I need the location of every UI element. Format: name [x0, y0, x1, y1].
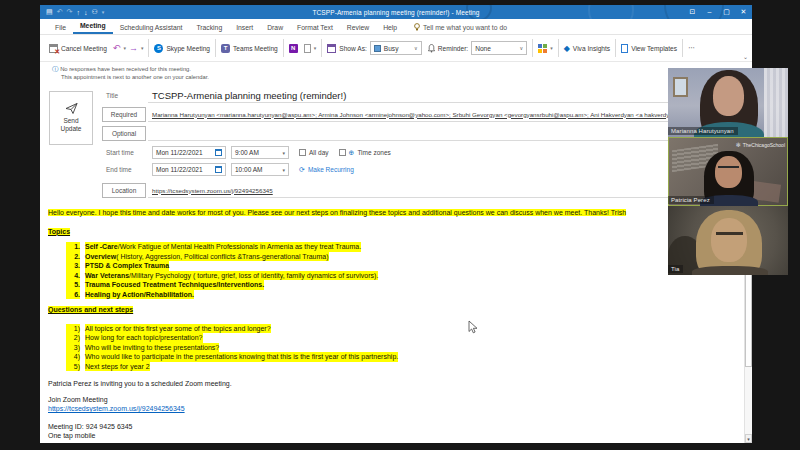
topics-heading: Topics [48, 228, 70, 235]
previous-item-icon[interactable]: ↑ [76, 9, 80, 16]
question-item: 1)All topics or for this first year some… [66, 324, 736, 334]
question-item: 2)How long for each topic/presentation? [66, 333, 736, 343]
message-body[interactable]: Hello everyone. I hope this time and dat… [40, 205, 752, 443]
globe-icon: ⊕ [349, 149, 355, 157]
categorize-button[interactable]: ▾ [535, 44, 556, 53]
show-as-label: Show As: [339, 45, 367, 52]
start-time-picker[interactable]: 9:00 AM ▾ [231, 146, 289, 159]
tab-scheduling-assistant[interactable]: Scheduling Assistant [113, 21, 190, 34]
optional-attendees-input[interactable] [148, 126, 742, 141]
onenote-button[interactable]: N [286, 44, 301, 53]
ribbon-toolbar: Cancel Meeting ↶▾ →▾ S Skype Meeting T T… [40, 35, 752, 62]
scroll-down-arrow[interactable]: ▾ [745, 434, 752, 443]
location-input[interactable]: https://tcsedsystem.zoom.us/j/9249425634… [148, 183, 742, 198]
more-commands-button[interactable]: ⋯ [685, 44, 698, 52]
teams-meeting-button[interactable]: T Teams Meeting [218, 44, 281, 53]
end-time-label: End time [102, 166, 148, 173]
meeting-id-text: Meeting ID: 924 9425 6345 [48, 422, 736, 432]
info-icon: ⓘ [52, 65, 59, 72]
redo-icon[interactable]: ↷ [67, 8, 73, 16]
maximize-button[interactable]: ▢ [718, 5, 735, 19]
logo-mark-icon: ✻ [736, 141, 741, 148]
viva-insights-button[interactable]: ◆ Viva Insights [561, 44, 613, 53]
required-button[interactable]: Required [102, 107, 146, 122]
video-tile-tia[interactable]: Tia [668, 206, 788, 275]
send-update-button[interactable]: SendUpdate [49, 91, 93, 145]
question-item: 3)Who will be inviting to these presenta… [66, 343, 736, 353]
topic-item: 5.Trauma Focused Treatment Techniques/In… [66, 280, 736, 290]
video-tile-patricia[interactable]: ✻ TheChicagoSchool Patricia Perez [668, 137, 788, 206]
view-templates-button[interactable]: View Templates [618, 44, 680, 53]
save-icon[interactable]: ▤ [46, 8, 53, 16]
reminder-bell-icon [428, 44, 435, 53]
zoom-video-overlay: Marianna Harutyunyan ✻ TheChicagoSchool … [668, 68, 788, 275]
checkbox-icon [299, 149, 306, 156]
skype-meeting-button[interactable]: S Skype Meeting [151, 44, 213, 53]
redo-dropdown-icon[interactable]: ▾ [141, 45, 144, 51]
contact-icon[interactable]: ⚇ [91, 8, 97, 16]
make-recurring-button[interactable]: ⟳ Make Recurring [299, 166, 354, 174]
title-input[interactable]: TCSPP-Armenia planning meeting (reminder… [148, 88, 742, 103]
tab-meeting[interactable]: Meeting [73, 19, 113, 34]
glasses [718, 166, 739, 171]
calendar-icon [215, 149, 222, 156]
zoom-meeting-link[interactable]: https://tcsedsystem.zoom.us/j/9249425634… [48, 405, 185, 412]
view-templates-icon [621, 44, 628, 53]
show-as-dropdown[interactable]: Busy ∨ [370, 41, 422, 55]
meeting-notes-icon [304, 44, 311, 53]
ribbon-display-options-icon[interactable]: ⊡ [684, 5, 701, 19]
title-label: Title [102, 92, 148, 99]
meeting-notes-button[interactable]: ▾ [301, 44, 320, 53]
info-bar: ⓘ No responses have been received for th… [40, 62, 752, 83]
cancel-meeting-button[interactable]: Cancel Meeting [46, 44, 110, 53]
tab-tracking[interactable]: Tracking [189, 21, 229, 34]
participant-name: Patricia Perez [668, 196, 714, 204]
optional-button[interactable]: Optional [102, 126, 146, 141]
show-as-icon [327, 44, 336, 53]
tab-format-text[interactable]: Format Text [290, 21, 340, 34]
minimize-button[interactable]: – [701, 5, 718, 19]
reminder-dropdown[interactable]: None ∨ [471, 41, 527, 55]
end-time-picker[interactable]: 10:00 AM ▾ [231, 163, 289, 176]
close-button[interactable]: ✕ [735, 5, 752, 19]
all-day-checkbox[interactable]: All day [299, 149, 329, 156]
required-attendees-input[interactable]: Marianna Harutyunyan <marianna.harutyuny… [148, 107, 742, 122]
checkbox-icon [339, 149, 346, 156]
glasses [716, 232, 743, 238]
outlook-meeting-window: ▤ ↶ ↷ ↑ ↓ ⚇ ▾ TCSPP-Armenia planning mee… [40, 5, 752, 443]
viva-insights-icon: ◆ [564, 44, 570, 53]
redo-button[interactable]: → [129, 43, 138, 53]
location-button[interactable]: Location [102, 183, 146, 198]
start-date-picker[interactable]: Mon 11/22/2021 [152, 146, 226, 159]
picture-frame [673, 77, 688, 97]
one-tap-label: One tap mobile [48, 431, 736, 441]
window-title: TCSPP-Armenia planning meeting (reminder… [40, 9, 752, 16]
meeting-form: SendUpdate Title TCSPP-Armenia planning … [40, 83, 752, 205]
topic-item: 2.Overview( History, Aggression, Politic… [66, 252, 736, 262]
start-time-label: Start time [102, 149, 148, 156]
tell-me-search[interactable]: Tell me what you want to do [414, 23, 507, 34]
topic-item: 6.Healing by Action/Rehabilitation. [66, 290, 736, 300]
send-icon [65, 103, 78, 114]
tab-review[interactable]: Review [340, 21, 376, 34]
undo-icon[interactable]: ↶ [57, 8, 63, 16]
undo-button[interactable]: ↶ [113, 43, 121, 53]
lightbulb-icon [414, 23, 420, 31]
phone-number-chicago: +13126266799,,92494256345# US (Chicago) [48, 441, 736, 444]
topics-list: 1.Self -Care/Work Fatigue of Mental Heal… [66, 242, 736, 299]
tab-help[interactable]: Help [376, 21, 404, 34]
collapse-ribbon-icon[interactable]: ⌄ [743, 53, 748, 60]
tab-insert[interactable]: Insert [229, 21, 260, 34]
categorize-icon [538, 44, 547, 53]
tab-draw[interactable]: Draw [260, 21, 290, 34]
recurrence-icon: ⟳ [299, 166, 305, 174]
end-date-picker[interactable]: Mon 11/22/2021 [152, 163, 226, 176]
qat-customize-icon[interactable]: ▾ [102, 9, 105, 15]
video-tile-marianna[interactable]: Marianna Harutyunyan [668, 68, 788, 137]
tab-file[interactable]: File [48, 21, 73, 34]
onenote-icon: N [289, 44, 298, 53]
undo-dropdown-icon[interactable]: ▾ [123, 45, 126, 51]
next-item-icon[interactable]: ↓ [84, 9, 88, 16]
questions-heading: Questions and next steps [48, 306, 133, 313]
time-zones-checkbox[interactable]: ⊕ Time zones [339, 149, 391, 157]
